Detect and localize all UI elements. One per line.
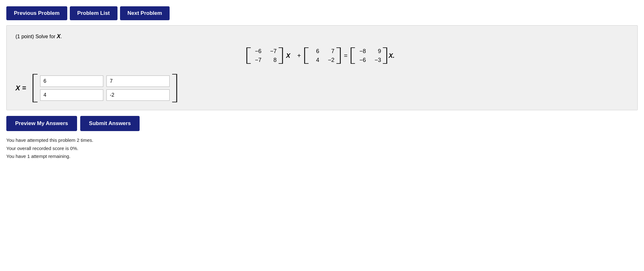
matrix-c-r2c2: −3: [372, 57, 381, 63]
matrix-b-right-bracket: [336, 47, 341, 64]
matrix-b-r1c2: 7: [326, 48, 334, 55]
status-line1: You have attempted this problem 2 times.: [6, 136, 638, 144]
matrix-a-left-bracket: [246, 47, 251, 64]
matrix-c: −8 9 −6 −3: [351, 47, 387, 64]
status-line2: Your overall recorded score is 0%.: [6, 144, 638, 153]
answer-row: X =: [15, 74, 629, 102]
matrix-c-r2c1: −6: [357, 57, 366, 63]
submit-answers-button[interactable]: Submit Answers: [80, 116, 140, 131]
x-equals-label: X =: [15, 84, 26, 92]
variable-x2: X.: [388, 52, 394, 59]
equation-display: −6 −7 −7 8 X + 6 7 4 −2 = −8: [15, 47, 629, 64]
problem-container: (1 point) Solve for X. −6 −7 −7 8 X + 6 …: [6, 25, 638, 110]
matrix-c-right-bracket: [383, 47, 387, 64]
answer-right-bracket: [172, 74, 177, 102]
answer-r2c1-input[interactable]: [40, 89, 103, 101]
operator-equals: =: [344, 52, 348, 59]
next-problem-button[interactable]: Next Problem: [120, 6, 170, 20]
period: .: [61, 34, 62, 39]
variable-x1: X: [286, 52, 290, 59]
top-navigation: Previous Problem Problem List Next Probl…: [6, 6, 638, 20]
answer-matrix-container: [33, 74, 177, 102]
variable-label: X: [57, 33, 61, 39]
matrix-c-left-bracket: [351, 47, 355, 64]
answer-grid: [40, 75, 170, 101]
answer-r1c1-input[interactable]: [40, 75, 103, 87]
matrix-a-r2c1: −7: [253, 57, 262, 63]
matrix-a: −6 −7 −7 8: [246, 47, 283, 64]
status-area: You have attempted this problem 2 times.…: [6, 136, 638, 160]
point-label: (1 point) Solve for: [15, 34, 55, 39]
matrix-a-r2c2: 8: [268, 57, 277, 63]
operator-plus: +: [297, 52, 301, 59]
matrix-a-r1c2: −7: [268, 48, 277, 55]
matrix-c-r1c1: −8: [357, 48, 366, 55]
matrix-c-grid: −8 9 −6 −3: [357, 47, 381, 64]
matrix-a-r1c1: −6: [253, 48, 262, 55]
matrix-b-left-bracket: [304, 47, 309, 64]
answer-left-bracket: [33, 74, 38, 102]
matrix-b-r1c1: 6: [310, 48, 319, 55]
matrix-a-right-bracket: [279, 47, 283, 64]
answer-r2c2-input[interactable]: [106, 89, 170, 101]
matrix-b-grid: 6 7 4 −2: [310, 47, 334, 64]
preview-answers-button[interactable]: Preview My Answers: [6, 116, 77, 131]
bottom-buttons: Preview My Answers Submit Answers: [6, 116, 638, 131]
matrix-c-r1c2: 9: [372, 48, 381, 55]
matrix-b-r2c2: −2: [326, 57, 334, 63]
answer-r1c2-input[interactable]: [106, 75, 170, 87]
status-line3: You have 1 attempt remaining.: [6, 152, 638, 160]
problem-list-button[interactable]: Problem List: [70, 6, 117, 20]
matrix-b-r2c1: 4: [310, 57, 319, 63]
problem-title: (1 point) Solve for X.: [15, 33, 629, 40]
matrix-b: 6 7 4 −2: [304, 47, 341, 64]
previous-problem-button[interactable]: Previous Problem: [6, 6, 67, 20]
matrix-a-grid: −6 −7 −7 8: [253, 47, 277, 64]
